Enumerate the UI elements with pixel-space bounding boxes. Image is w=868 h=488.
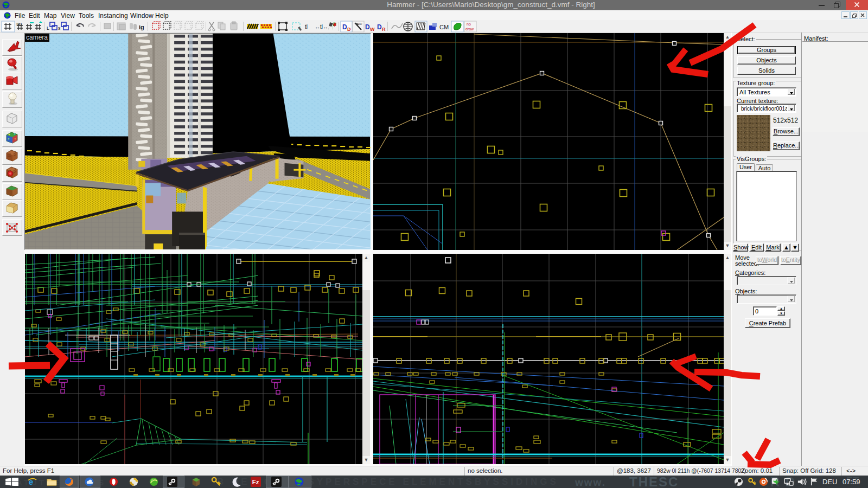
svg-text:s: s	[58, 25, 61, 31]
svg-text:Fz: Fz	[252, 479, 259, 485]
svg-text:3D: 3D	[358, 22, 362, 25]
svg-text:ig: ig	[139, 24, 144, 30]
svg-text:no: no	[467, 22, 471, 26]
svg-text:D: D	[347, 27, 351, 32]
svg-text:3D: 3D	[16, 22, 22, 27]
svg-text:R: R	[382, 27, 386, 32]
svg-text:draw: draw	[465, 27, 474, 31]
svg-text:D: D	[342, 23, 347, 31]
svg-text:L: L	[47, 25, 49, 31]
svg-text:tl: tl	[305, 24, 308, 30]
svg-text:D: D	[377, 23, 382, 31]
svg-text:↔tl↔: ↔tl↔	[315, 24, 328, 30]
svg-text:W: W	[370, 27, 375, 32]
svg-text:D: D	[365, 23, 370, 31]
svg-text:CM: CM	[439, 24, 449, 30]
